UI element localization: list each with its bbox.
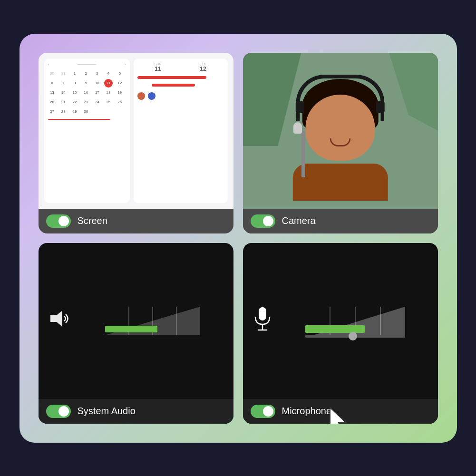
cal-cell: 31 [59,69,68,78]
svg-point-16 [349,332,357,340]
cal-prev[interactable]: ‹ [48,62,49,67]
cal-cell: 12 [116,79,124,87]
cursor [326,405,352,424]
cal-cell: 30 [82,107,90,116]
cal-cell: 10 [93,79,101,87]
cal-cell: 15 [70,88,79,97]
cal-event-2 [152,84,195,87]
person-face [277,68,404,201]
cal-cell: 19 [116,88,124,97]
person-shoulders [293,164,388,201]
avatar-2 [148,92,155,100]
audio-toggle[interactable] [46,405,71,418]
cal-cell: 18 [104,88,113,97]
cal-cell: 22 [70,98,79,107]
cal-cell: 6 [48,79,57,87]
cal-event-1 [137,76,207,79]
speaker-icon [48,307,72,335]
cal-cell: 28 [59,107,68,116]
calendar-mockup: ‹ ──────── › 30 31 1 2 3 4 5 6 7 8 [39,53,233,209]
audio-preview [39,243,233,399]
cal-column-headers: SUN 11 FRI 12 [137,62,224,72]
cal-cell: 17 [93,88,101,97]
camera-bg [243,53,438,209]
svg-rect-7 [259,307,266,321]
audio-level-meter [81,302,224,340]
cal-cell: 20 [48,98,57,107]
cursor-arrow-icon [326,405,352,424]
calendar-right: SUN 11 FRI 12 [134,58,228,203]
mic-level-area [282,300,428,342]
mic-label: Microphone [282,406,332,417]
cal-col-2: FRI 12 [183,62,224,72]
mic-toggle-knob [263,406,273,417]
camera-toggle[interactable] [251,214,275,228]
cal-cell: 4 [104,69,113,78]
audio-label: System Audio [78,406,136,417]
cal-cell: 26 [116,98,124,107]
microphone-icon [253,306,272,334]
cal-cell: 9 [82,79,90,87]
cal-cell: 24 [93,98,101,107]
camera-toggle-knob [263,216,273,226]
camera-footer: Camera [243,209,438,233]
person-smile [330,138,351,146]
mic-toggle[interactable] [251,405,275,418]
mic-visualizer [243,243,438,399]
screen-label: Screen [78,215,107,226]
svg-rect-6 [105,326,157,332]
cal-cell: 25 [104,98,113,107]
screen-toggle[interactable] [46,214,71,228]
cal-cell: 7 [59,79,68,87]
cal-next[interactable]: › [125,62,126,67]
microphone-stand [301,131,305,177]
microphone-card: Microphone [243,243,438,424]
svg-rect-14 [305,325,365,333]
cal-col-1: SUN 11 [137,62,179,72]
camera-label: Camera [282,215,316,226]
cal-cell: 8 [70,79,79,87]
cal-accent-bar [48,119,110,120]
camera-preview [243,53,438,209]
cal-cell: 3 [93,69,101,78]
microphone-head [293,122,302,134]
audio-meter-svg [81,302,224,340]
screen-toggle-knob [58,216,69,226]
screen-footer: Screen [39,209,233,233]
audio-toggle-knob [58,406,69,417]
cal-cell: 27 [48,107,57,116]
cal-cell: 5 [116,69,124,78]
avatar-1 [137,92,145,100]
calendar-nav: ‹ ──────── › [48,62,126,67]
calendar-grid: 30 31 1 2 3 4 5 6 7 8 9 10 11 12 [48,69,126,116]
calendar-left: ‹ ──────── › 30 31 1 2 3 4 5 6 7 8 [44,58,130,203]
audio-footer: System Audio [39,399,233,424]
mic-preview [243,243,438,399]
mic-meter-svg [282,300,428,342]
camera-card: Camera [243,53,438,233]
main-container: ‹ ──────── › 30 31 1 2 3 4 5 6 7 8 [19,34,457,443]
screen-preview: ‹ ──────── › 30 31 1 2 3 4 5 6 7 8 [39,53,233,209]
cal-cell: 14 [59,88,68,97]
cal-cell: 2 [82,69,90,78]
svg-marker-17 [330,408,346,424]
cal-cell: 13 [48,88,57,97]
cal-avatars [137,92,224,100]
cal-cell: 30 [48,69,57,78]
screen-card: ‹ ──────── › 30 31 1 2 3 4 5 6 7 8 [39,53,233,233]
cal-cell: 16 [82,88,90,97]
cal-cell-today: 11 [104,79,113,87]
system-audio-card: System Audio [39,243,233,424]
svg-marker-0 [50,311,62,327]
cal-cell: 29 [70,107,79,116]
mic-icon-wrapper [253,306,272,336]
cal-cell: 1 [70,69,79,78]
person-face-circle [305,95,375,161]
headphone-ear-left [296,101,304,113]
cal-cell: 21 [59,98,68,107]
audio-visualizer [39,243,233,399]
cal-title: ──────── [78,63,97,66]
cal-cell: 23 [82,98,90,107]
headphone-ear-right [376,101,385,113]
